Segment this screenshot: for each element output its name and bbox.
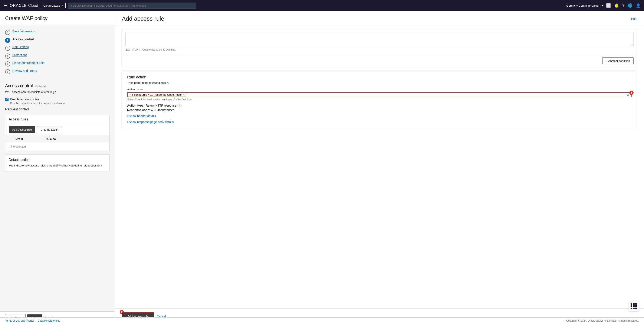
response-code-value-text: 401 Unauthorized <box>151 108 175 112</box>
step-1[interactable]: 1 Basic information <box>5 28 110 36</box>
selected-count: 0 selected <box>13 145 26 148</box>
another-condition-row: + Another condition <box>122 55 637 67</box>
main-wrapper: Create WAF policy 1 Basic information 2 … <box>0 11 644 324</box>
chevron-right-icon-2: › <box>127 120 128 123</box>
response-code-row: Response code: 401 Unauthorized <box>127 108 632 112</box>
globe-icon[interactable]: 🌐 <box>628 3 632 8</box>
oracle-text: ORACLE <box>10 4 27 8</box>
action-name-highlight: 1 Pre-configured 401 Response Code Actio… <box>127 92 632 97</box>
region-selector[interactable]: Germany Central (Frankfurt) ▾ <box>566 4 604 7</box>
condition-inner: Each CIDR IP range must be on its own li… <box>122 30 637 55</box>
section-title: Access control <box>5 83 33 88</box>
select-wrapper-action: Pre-configured 401 Response Code Action … <box>128 93 632 97</box>
step-4-label[interactable]: Protections <box>12 53 27 57</box>
step-2-label: Access control <box>12 38 34 41</box>
table-body: 0 selected <box>5 142 110 151</box>
step-3[interactable]: 3 Rate limiting <box>5 44 110 52</box>
modal-panel: Add access rule Help Each CIDR IP range … <box>115 11 644 324</box>
rule-action-box: Rule action Then perform the following a… <box>122 71 637 128</box>
step-5[interactable]: 5 Select enforcement point <box>5 60 110 68</box>
rule-action-title: Rule action <box>127 75 632 80</box>
response-code-label: Response code: <box>127 108 150 112</box>
table-header: Order Rule na <box>5 136 110 142</box>
region-label: Germany Central (Frankfurt) <box>566 4 601 7</box>
change-action-button[interactable]: Change action <box>37 126 62 133</box>
step-5-label[interactable]: Select enforcement point <box>12 61 45 65</box>
enable-access-control-label: Enable access control <box>10 98 40 101</box>
enable-access-sublabel: Enable to specify actions for requests a… <box>10 102 110 105</box>
condition-box: Each CIDR IP range must be on its own li… <box>122 29 637 67</box>
step-2-circle: 2 <box>5 38 10 43</box>
dot-4 <box>630 305 632 307</box>
default-action-desc: You indicate how access rules should of … <box>9 163 106 168</box>
modal-header: Add access rule Help <box>115 11 644 26</box>
action-name-select[interactable]: Pre-configured 401 Response Code Action <box>128 93 186 97</box>
action-name-select-wrapper: 1 Pre-configured 401 Response Code Actio… <box>127 92 632 97</box>
table-select-all-checkbox[interactable] <box>9 145 12 148</box>
access-rules-box: Access rules Add access rule Change acti… <box>5 115 110 151</box>
oracle-logo: ORACLE Cloud <box>10 4 38 8</box>
rule-action-desc: Then perform the following action. <box>127 81 632 84</box>
step-5-circle: 5 <box>5 61 10 67</box>
help-icon[interactable]: ? <box>622 4 624 8</box>
bell-icon[interactable]: 🔔 <box>614 3 619 8</box>
show-header-details-link[interactable]: › Show header details <box>127 114 632 118</box>
console-icon[interactable]: ⬜ <box>606 3 611 8</box>
another-condition-button[interactable]: + Another condition <box>602 57 634 64</box>
nav-icons: ⬜ 🔔 ? 🌐 👤 <box>606 3 640 8</box>
right-panel: Add access rule Help Each CIDR IP range … <box>115 11 644 324</box>
info-icon[interactable]: i <box>178 104 182 107</box>
cidr-textarea[interactable] <box>126 33 634 46</box>
show-response-body-row: › Show response page body details <box>127 120 632 124</box>
page-title: Create WAF policy <box>5 15 110 21</box>
action-name-label: Action name <box>127 88 632 91</box>
cookie-link[interactable]: Cookie Preferences <box>38 319 60 322</box>
step-3-label[interactable]: Rate limiting <box>12 45 29 49</box>
modal-title: Add access rule <box>122 15 164 22</box>
modal-help-link[interactable]: Help <box>631 17 637 21</box>
step-6-label[interactable]: Review and create <box>12 69 37 73</box>
region-chevron-icon: ▾ <box>602 4 604 7</box>
th-rulename: Rule na <box>46 137 106 140</box>
step-3-circle: 3 <box>5 46 10 51</box>
access-rules-title: Access rules <box>9 117 28 121</box>
page-title-area: Create WAF policy <box>0 11 115 25</box>
show-header-details-row: › Show header details <box>127 114 632 118</box>
section-optional: Optional <box>35 85 46 88</box>
enable-access-control-checkbox[interactable] <box>5 98 8 101</box>
dot-1 <box>630 303 632 304</box>
show-response-body-label: Show response page body details <box>129 120 174 124</box>
dot-5 <box>633 305 635 307</box>
step-6-circle: 6 <box>5 69 10 74</box>
modal-content: Each CIDR IP range must be on its own li… <box>115 26 644 308</box>
action-type-row: Action type: Return HTTP response i <box>127 104 632 107</box>
rules-box-header: Access rules <box>5 115 110 124</box>
section-header: Access control Optional <box>5 83 110 88</box>
table-check-row: 0 selected <box>9 145 106 148</box>
support-grid <box>630 303 637 309</box>
default-action-box: Default action You indicate how access r… <box>5 154 110 171</box>
select-caret-icon: ⇕ <box>626 93 629 97</box>
footer-bar: Terms of Use and Privacy Cookie Preferen… <box>0 317 644 324</box>
add-access-rule-button-left[interactable]: Add access rule <box>9 126 35 133</box>
user-avatar[interactable]: 👤 <box>636 3 640 8</box>
action-type-label: Action type: <box>127 104 144 107</box>
copyright-text: Copyright © 2024, Oracle and/or its affi… <box>566 319 639 322</box>
cloud-classic-button[interactable]: Cloud Classic > <box>41 3 66 8</box>
left-panel: Create WAF policy 1 Basic information 2 … <box>0 11 115 324</box>
step-1-label[interactable]: Basic information <box>12 30 35 33</box>
step-6[interactable]: 6 Review and create <box>5 68 110 76</box>
step-1-circle: 1 <box>5 30 10 35</box>
step-4[interactable]: 4 Protections <box>5 52 110 60</box>
footer-links: Terms of Use and Privacy Cookie Preferen… <box>5 319 60 322</box>
rules-actions: Add access rule Change action <box>5 124 110 136</box>
cidr-hint: Each CIDR IP range must be on its own li… <box>126 48 634 51</box>
support-icon[interactable] <box>629 301 639 311</box>
dot-2 <box>633 303 635 304</box>
show-response-body-link[interactable]: › Show response page body details <box>127 120 632 124</box>
hamburger-menu-icon[interactable]: ☰ <box>4 3 7 8</box>
dot-8 <box>633 307 635 309</box>
search-input[interactable] <box>68 3 196 9</box>
step-2[interactable]: 2 Access control <box>5 36 110 44</box>
terms-link[interactable]: Terms of Use and Privacy <box>5 319 34 322</box>
